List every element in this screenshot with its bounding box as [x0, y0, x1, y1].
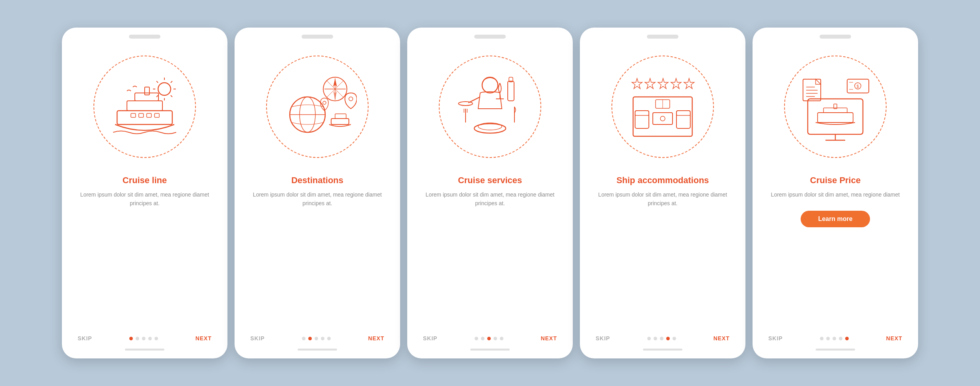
illustration-area-2	[235, 42, 400, 168]
svg-line-8	[157, 95, 158, 97]
phone-top-bar-2	[235, 28, 400, 42]
screen-desc-1: Lorem ipsum dolor sit dim amet, mea regi…	[78, 190, 212, 208]
screen-cruise-services: Cruise services Lorem ipsum dolor sit di…	[407, 28, 573, 358]
phone-handle-5	[816, 349, 855, 351]
learn-more-button[interactable]: Learn more	[801, 211, 870, 227]
dot-4-4	[666, 337, 670, 340]
screen-ship-accommodations: Ship accommodations Lorem ipsum dolor si…	[580, 28, 745, 358]
svg-point-0	[158, 83, 171, 95]
dots-5	[820, 337, 849, 340]
svg-marker-46	[645, 78, 655, 89]
svg-point-33	[458, 102, 473, 106]
phone-nav-5: SKIP NEXT	[753, 330, 918, 345]
dot-3-3	[487, 337, 491, 340]
svg-rect-13	[131, 113, 136, 117]
dot-5-4	[839, 337, 842, 340]
dot-2-1	[302, 337, 306, 340]
dashed-circle-4	[611, 56, 714, 158]
screen-cruise-line: Cruise line Lorem ipsum dolor sit dim am…	[62, 28, 227, 358]
phone-handle-2	[298, 349, 337, 351]
next-button-2[interactable]: NEXT	[368, 335, 384, 341]
dot-3-1	[475, 337, 478, 340]
svg-rect-53	[635, 111, 649, 115]
svg-rect-54	[676, 111, 690, 128]
screen-title-4: Ship accommodations	[617, 175, 709, 186]
svg-point-29	[349, 97, 353, 101]
dot-1-2	[136, 337, 139, 340]
dot-2-4	[321, 337, 324, 340]
phone-top-bar-5	[753, 28, 918, 42]
screen-cruise-price: $ Cruise Price Lorem ipsum dolor sit dim…	[753, 28, 918, 358]
skip-button-5[interactable]: SKIP	[768, 335, 783, 341]
dots-4	[647, 337, 676, 340]
screen-desc-2: Lorem ipsum dolor sit dim amet, mea regi…	[250, 190, 384, 208]
dots-1	[129, 337, 158, 340]
svg-rect-11	[135, 93, 158, 101]
destinations-icon	[278, 67, 357, 146]
svg-line-6	[171, 95, 172, 97]
skip-button-3[interactable]: SKIP	[423, 335, 438, 341]
dot-2-3	[315, 337, 318, 340]
dot-3-2	[481, 337, 484, 340]
dot-1-5	[155, 337, 158, 340]
svg-marker-48	[671, 78, 681, 89]
dot-3-5	[500, 337, 503, 340]
next-button-5[interactable]: NEXT	[886, 335, 902, 341]
illustration-area-4	[580, 42, 745, 168]
next-button-4[interactable]: NEXT	[714, 335, 730, 341]
svg-text:$: $	[857, 84, 859, 89]
svg-marker-45	[632, 78, 642, 89]
screen-title-3: Cruise services	[458, 175, 522, 186]
cruise-ship-icon	[105, 67, 184, 146]
dot-5-1	[820, 337, 823, 340]
dashed-circle-1	[93, 56, 196, 158]
dot-4-1	[647, 337, 651, 340]
phone-top-bar-3	[407, 28, 573, 42]
svg-rect-12	[145, 87, 149, 95]
dot-3-4	[494, 337, 497, 340]
dot-4-3	[660, 337, 663, 340]
screen-desc-4: Lorem ipsum dolor sit dim amet, mea regi…	[596, 190, 730, 208]
svg-rect-62	[818, 113, 853, 122]
svg-rect-52	[635, 111, 649, 128]
skip-button-1[interactable]: SKIP	[78, 335, 92, 341]
dashed-circle-2	[266, 56, 369, 158]
dot-4-2	[654, 337, 657, 340]
skip-button-4[interactable]: SKIP	[596, 335, 610, 341]
screen-title-5: Cruise Price	[810, 175, 861, 186]
screen-desc-5: Lorem ipsum dolor sit dim amet, mea regi…	[771, 190, 900, 199]
screen-title-1: Cruise line	[123, 175, 167, 186]
phone-notch-3	[474, 35, 506, 39]
phone-notch-2	[302, 35, 333, 39]
svg-rect-27	[331, 119, 349, 124]
svg-rect-15	[147, 113, 151, 117]
dots-2	[302, 337, 331, 340]
phone-top-bar	[62, 28, 227, 42]
phone-nav-3: SKIP NEXT	[407, 330, 573, 345]
svg-rect-51	[653, 113, 673, 124]
next-button-1[interactable]: NEXT	[196, 335, 212, 341]
dot-2-5	[327, 337, 331, 340]
svg-rect-28	[335, 114, 346, 119]
screen-title-2: Destinations	[291, 175, 343, 186]
svg-rect-55	[676, 111, 690, 115]
dot-1-4	[148, 337, 152, 340]
phone-top-bar-4	[580, 28, 745, 42]
dot-5-3	[833, 337, 836, 340]
phone-handle-4	[643, 349, 682, 351]
dots-3	[475, 337, 503, 340]
svg-point-30	[323, 101, 326, 104]
svg-line-5	[157, 81, 158, 83]
dot-2-2	[308, 337, 312, 340]
next-button-3[interactable]: NEXT	[541, 335, 557, 341]
dot-4-5	[673, 337, 676, 340]
dashed-circle-5: $	[784, 56, 887, 158]
phone-notch-5	[820, 35, 851, 39]
screen-destinations: Destinations Lorem ipsum dolor sit dim a…	[235, 28, 400, 358]
svg-rect-16	[155, 113, 159, 117]
skip-button-2[interactable]: SKIP	[250, 335, 265, 341]
phone-handle-3	[470, 349, 510, 351]
screens-container: Cruise line Lorem ipsum dolor sit dim am…	[62, 28, 918, 358]
phone-handle-1	[125, 349, 164, 351]
svg-rect-14	[139, 113, 143, 117]
